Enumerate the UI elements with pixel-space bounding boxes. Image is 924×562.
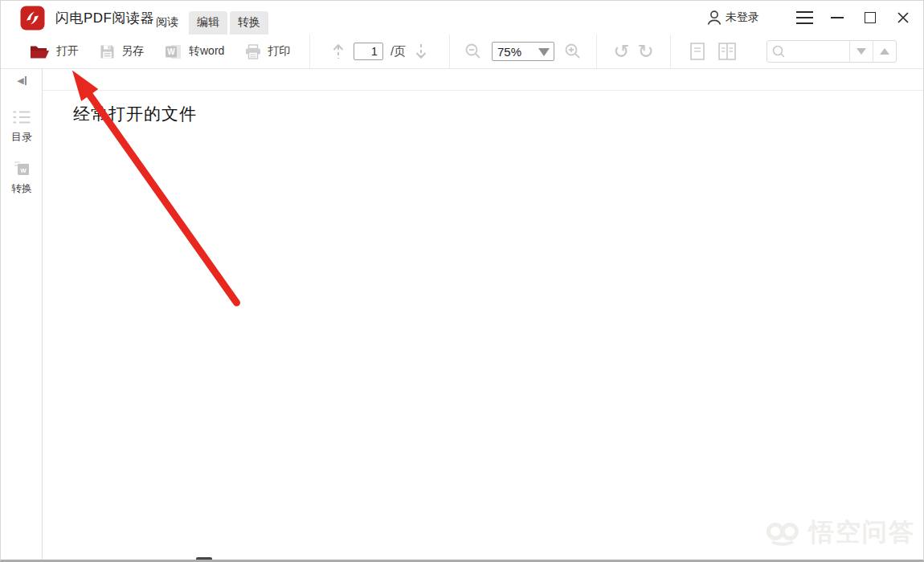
- search-next-icon: [857, 48, 866, 55]
- zoom-out-icon[interactable]: [464, 42, 483, 61]
- open-label: 打开: [56, 44, 79, 59]
- tab-read[interactable]: 阅读: [148, 11, 186, 35]
- hamburger-icon: [796, 11, 813, 24]
- login-label: 未登录: [726, 10, 759, 25]
- svg-text:w: w: [19, 166, 27, 174]
- toc-list-icon: [12, 109, 31, 125]
- zoom-level-value: 75%: [493, 45, 521, 59]
- search-input[interactable]: [790, 41, 849, 62]
- maximize-icon: [865, 12, 876, 23]
- save-as-label: 另存: [121, 44, 144, 59]
- titlebar-controls: 未登录: [706, 7, 912, 28]
- tab-convert[interactable]: 转换: [230, 11, 268, 35]
- collapse-bar-icon: [25, 76, 27, 85]
- search-box: [767, 40, 897, 63]
- printer-icon: [245, 44, 261, 59]
- page-suffix: /页: [390, 44, 406, 59]
- toolbar-file-group: 打开 另存 W 转word: [1, 35, 310, 68]
- app-window: 闪电PDF阅读器 阅读 编辑 转换 未登录: [0, 0, 924, 562]
- word-file-icon: w: [12, 161, 31, 177]
- maximize-button[interactable]: [861, 7, 879, 28]
- zoom-level-select[interactable]: 75%: [492, 42, 554, 61]
- zoom-in-icon[interactable]: [563, 42, 583, 61]
- toolbar-page-group: /页: [310, 35, 450, 68]
- close-icon: [897, 11, 910, 24]
- content-subheader: [1, 69, 923, 91]
- page-down-icon[interactable]: [413, 41, 429, 62]
- app-logo-icon: [20, 6, 45, 31]
- toolbar-rotate-group: ↺ ↻: [597, 35, 671, 68]
- to-word-label: 转word: [189, 44, 224, 59]
- save-as-button[interactable]: 另存: [100, 44, 144, 59]
- sidebar-item-toc-label: 目录: [11, 130, 32, 145]
- svg-text:W: W: [167, 47, 175, 56]
- sidebar-item-convert-label: 转换: [11, 181, 32, 196]
- close-button[interactable]: [894, 7, 912, 28]
- annotation-arrow: [1, 69, 923, 560]
- search-prev-button[interactable]: [873, 41, 896, 62]
- menu-button[interactable]: [795, 7, 813, 28]
- app-title: 闪电PDF阅读器: [55, 9, 154, 27]
- document-area: ◀ 目录 w 转换 经常打开的文件: [1, 69, 923, 560]
- search-next-button[interactable]: [849, 41, 873, 62]
- save-icon: [100, 44, 115, 59]
- login-button[interactable]: 未登录: [706, 10, 759, 26]
- page-up-icon[interactable]: [330, 41, 346, 62]
- menu-tabs: 阅读 编辑 转换: [148, 11, 271, 35]
- search-prev-icon: [880, 48, 889, 55]
- open-folder-icon: [30, 44, 50, 59]
- watermark-text: 悟空问答: [809, 515, 915, 549]
- sidebar-item-convert[interactable]: w 转换: [1, 161, 43, 196]
- watermark: 悟空问答: [763, 515, 915, 549]
- user-icon: [706, 10, 722, 26]
- zoom-dropdown-icon: [538, 48, 550, 56]
- minimize-icon: [831, 17, 844, 18]
- minimize-button[interactable]: [828, 7, 846, 28]
- toolbar-zoom-group: 75%: [450, 35, 597, 68]
- single-page-view-icon[interactable]: [689, 42, 706, 61]
- rotate-left-icon[interactable]: ↺: [613, 42, 629, 61]
- to-word-button[interactable]: W 转word: [165, 44, 224, 59]
- tab-edit[interactable]: 编辑: [189, 11, 227, 35]
- toolbar-view-group: [671, 35, 751, 68]
- titlebar: 闪电PDF阅读器 阅读 编辑 转换 未登录: [1, 1, 923, 35]
- recent-files-heading: 经常打开的文件: [73, 103, 197, 125]
- print-label: 打印: [268, 44, 290, 59]
- rotate-right-icon[interactable]: ↻: [638, 42, 654, 61]
- sidebar: ◀ 目录 w 转换: [1, 69, 43, 560]
- open-button[interactable]: 打开: [30, 44, 79, 59]
- toolbar: 打开 另存 W 转word: [1, 35, 923, 69]
- page-number-input[interactable]: [354, 43, 383, 60]
- collapse-arrow-icon: ◀: [17, 76, 23, 85]
- search-icon: [767, 43, 790, 59]
- sidebar-item-toc[interactable]: 目录: [1, 109, 43, 145]
- two-page-view-icon[interactable]: [718, 42, 737, 61]
- watermark-logo-icon: [763, 515, 803, 549]
- word-icon: W: [165, 44, 182, 59]
- sidebar-collapse-button[interactable]: ◀: [1, 72, 43, 88]
- bottom-scroll-dash[interactable]: [196, 557, 212, 560]
- print-button[interactable]: 打印: [245, 44, 290, 59]
